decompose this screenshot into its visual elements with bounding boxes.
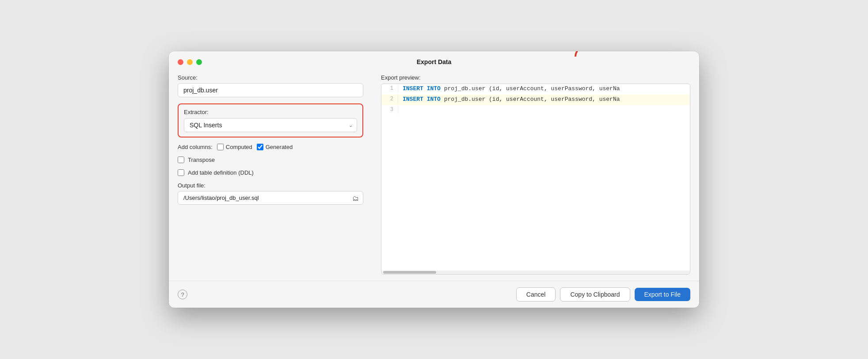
transpose-row[interactable]: Transpose <box>178 157 363 163</box>
close-button[interactable] <box>178 59 183 65</box>
extractor-select-wrap: SQL Inserts CSV JSON XML ⌄ <box>184 118 357 132</box>
code-lines: 1 INSERT INTO proj_db.user (id, userAcco… <box>381 84 690 271</box>
line-content-2: INSERT INTO proj_db.user (id, userAccoun… <box>398 95 624 104</box>
help-button[interactable]: ? <box>178 290 187 299</box>
code-line-3: 3 <box>381 105 690 116</box>
output-file-wrap: 🗂 <box>178 191 363 205</box>
ddl-row[interactable]: Add table definition (DDL) <box>178 169 363 176</box>
generated-checkbox[interactable] <box>257 144 263 150</box>
preview-label: Export preview: <box>381 74 690 81</box>
ddl-checkbox[interactable] <box>178 169 184 176</box>
source-section: Source: proj_db.user <box>178 74 363 97</box>
code-line-1: 1 INSERT INTO proj_db.user (id, userAcco… <box>381 84 690 95</box>
line-number-3: 3 <box>381 105 398 114</box>
extractor-section: Extractor: SQL Inserts CSV JSON XML ⌄ <box>178 103 363 137</box>
generated-checkbox-item[interactable]: Generated <box>257 144 293 150</box>
dialog-body: Source: proj_db.user Extractor: SQL Inse… <box>169 70 699 275</box>
computed-label: Computed <box>226 144 252 150</box>
export-dialog: Export Data Source: proj_db.user Extract… <box>169 51 699 308</box>
extractor-select[interactable]: SQL Inserts CSV JSON XML <box>184 118 357 132</box>
code-line-2: 2 INSERT INTO proj_db.user (id, userAcco… <box>381 95 690 105</box>
source-value: proj_db.user <box>178 83 363 97</box>
footer-left: ? <box>178 290 187 299</box>
computed-checkbox[interactable] <box>217 144 224 150</box>
line-number-1: 1 <box>381 84 398 93</box>
dialog-title: Export Data <box>417 58 452 65</box>
left-panel: Source: proj_db.user Extractor: SQL Inse… <box>178 74 363 275</box>
add-columns-label: Add columns: <box>178 144 213 150</box>
source-label: Source: <box>178 74 363 81</box>
generated-label: Generated <box>266 144 293 150</box>
minimize-button[interactable] <box>187 59 193 65</box>
output-file-section: Output file: 🗂 <box>178 182 363 205</box>
output-file-input[interactable] <box>178 191 363 205</box>
cancel-button[interactable]: Cancel <box>516 287 556 302</box>
help-icon: ? <box>181 291 184 298</box>
folder-icon: 🗂 <box>352 194 359 202</box>
maximize-button[interactable] <box>196 59 202 65</box>
right-panel: Export preview: 1 INSERT INTO proj_db.us… <box>381 74 690 275</box>
editor-scrollbar[interactable] <box>381 271 690 274</box>
add-columns-row: Add columns: Computed Generated <box>178 144 363 150</box>
window-controls <box>178 59 202 65</box>
browse-folder-button[interactable]: 🗂 <box>352 194 359 202</box>
scrollbar-thumb[interactable] <box>383 271 436 274</box>
dialog-footer: ? Cancel Copy to Clipboard Export to Fil… <box>169 281 699 308</box>
title-bar: Export Data <box>169 51 699 70</box>
computed-checkbox-item[interactable]: Computed <box>217 144 252 150</box>
ddl-label: Add table definition (DDL) <box>188 169 254 176</box>
extractor-label: Extractor: <box>184 109 357 115</box>
line-content-1: INSERT INTO proj_db.user (id, userAccoun… <box>398 84 624 93</box>
transpose-checkbox[interactable] <box>178 157 184 163</box>
copy-to-clipboard-button[interactable]: Copy to Clipboard <box>560 287 630 302</box>
code-editor: 1 INSERT INTO proj_db.user (id, userAcco… <box>381 84 690 275</box>
line-content-3 <box>398 105 407 108</box>
export-to-file-button[interactable]: Export to File <box>635 288 690 301</box>
line-number-2: 2 <box>381 95 398 103</box>
transpose-label: Transpose <box>188 157 215 163</box>
output-file-label: Output file: <box>178 182 363 189</box>
